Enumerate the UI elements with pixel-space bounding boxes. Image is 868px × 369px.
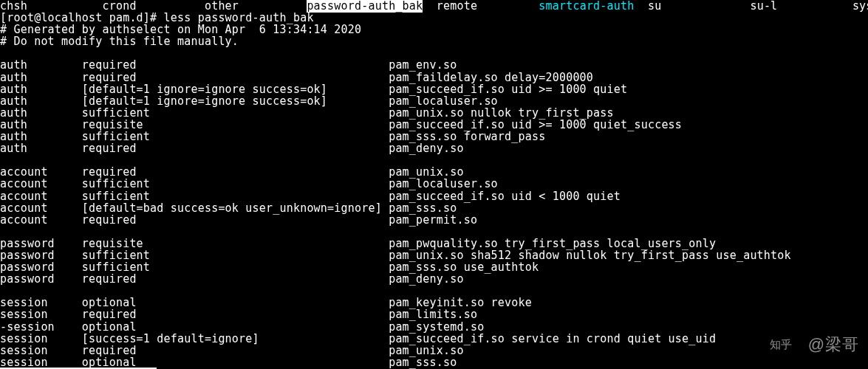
svg-text:知乎: 知乎 <box>770 339 792 351</box>
watermark-text: @梁哥 <box>808 339 859 351</box>
terminal-output[interactable]: chsh crond other password-auth_bak remot… <box>0 0 868 369</box>
watermark: 知乎 @梁哥 <box>770 337 859 353</box>
zhihu-icon: 知乎 <box>770 337 802 353</box>
